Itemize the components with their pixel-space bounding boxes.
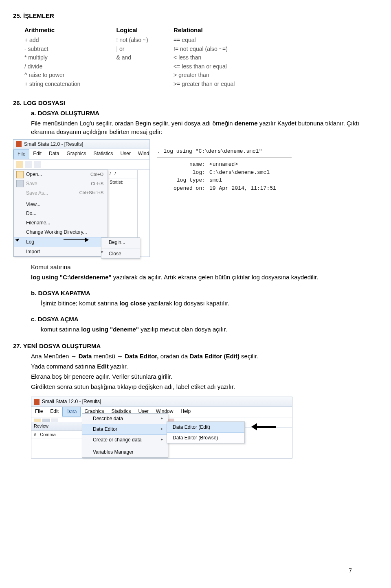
ops-cell: <= less than or equal xyxy=(174,62,273,71)
dd-label: Describe data xyxy=(93,415,123,422)
file-view[interactable]: View... xyxy=(14,200,108,209)
log-close-label: Close xyxy=(109,250,121,257)
s26-c-body: komut satırına log using "deneme" yazılı… xyxy=(41,325,371,333)
file-log-label: Log xyxy=(26,239,34,246)
ops-col-relational: Relational xyxy=(174,25,273,36)
file-save: Save Ctrl+S xyxy=(14,179,108,189)
data-create-change[interactable]: Create or change data▸ xyxy=(82,435,168,445)
file-open-label: Open... xyxy=(26,171,42,178)
s26-b-text2: yazılarak log dosyası kapatılır. xyxy=(146,300,229,307)
stata-app-icon xyxy=(34,399,40,405)
menu-window[interactable]: Wind xyxy=(134,149,153,159)
ops-cell: ! not (also ~) xyxy=(116,36,174,45)
menu-file[interactable]: File xyxy=(31,407,46,417)
ops-cell xyxy=(116,62,174,71)
menu-graphics[interactable]: Graphics xyxy=(63,149,90,159)
screenshot-file-menu: Small Stata 12.0 - [Results] File Edit D… xyxy=(13,139,371,257)
log-type-val: smcl xyxy=(209,176,222,184)
log-type-key: log type: xyxy=(157,176,209,184)
menu-edit[interactable]: Edit xyxy=(29,149,45,159)
data-editor[interactable]: Data Editor▸ xyxy=(82,424,168,435)
s26-a-label: a. DOSYA OLUŞTURMA xyxy=(31,109,371,117)
s26-a-body: File menüsünden Log'u seçilir, oradan Be… xyxy=(31,119,371,136)
file-log[interactable]: Log ▸ Begin... Close xyxy=(14,237,108,247)
hand-arrow-icon xyxy=(250,423,279,430)
ops-cell: < less than xyxy=(174,53,273,62)
submenu-arrow-icon: ▸ xyxy=(161,415,163,422)
s26-logusing: log using "C:\ders\deneme" xyxy=(31,274,112,281)
log-begin-label: Begin... xyxy=(109,239,125,246)
menu-help[interactable]: Help xyxy=(177,407,194,417)
log-name-val: <unnamed> xyxy=(209,160,238,169)
dd-label: Variables Manager xyxy=(93,449,134,456)
hand-arrow-icon xyxy=(13,238,22,242)
side-col: / / xyxy=(108,170,137,178)
menu-data[interactable]: Data xyxy=(62,407,81,417)
file-dropdown: Open... Ctrl+O Save Ctrl+S Save As... Ct… xyxy=(13,169,108,257)
menu-user[interactable]: User xyxy=(116,149,134,159)
ops-cell: != not equal (also ~=) xyxy=(174,45,273,54)
screenshot-data-menu: Small Stata 12.0 - [Results] File Edit D… xyxy=(31,397,292,459)
file-cwd[interactable]: Change Working Directory... xyxy=(14,228,108,237)
ops-cell: >= greater than or equal xyxy=(174,80,273,89)
menu-data[interactable]: Data xyxy=(45,149,63,159)
ops-cell: * multiply xyxy=(24,53,116,62)
menu-statistics[interactable]: Statistics xyxy=(90,149,116,159)
toolbar-icon[interactable] xyxy=(25,161,32,168)
data-editor-edit[interactable]: Data Editor (Edit) xyxy=(167,422,244,433)
window-titlebar: Small Stata 12.0 - [Results] xyxy=(31,397,292,407)
ops-col-logical: Logical xyxy=(116,25,174,36)
s26-a-deneme: deneme xyxy=(235,120,258,127)
operators-table: Arithmetic Logical Relational + add! not… xyxy=(24,25,273,89)
submenu-arrow-icon: ▸ xyxy=(161,437,163,443)
log-path-key: log: xyxy=(157,169,209,177)
review-panel: Review # Comma xyxy=(31,422,82,439)
file-saveas: Save As... Ctrl+Shift+S xyxy=(14,189,108,198)
submenu-arrow-icon: ▸ xyxy=(161,426,163,433)
s26-b-label: b. DOSYA KAPATMA xyxy=(31,289,371,297)
ops-cell xyxy=(116,71,174,80)
s26-aftershot-2: log using "C:\ders\deneme" yazılarak da … xyxy=(31,273,371,281)
section-26-title: 26. LOG DOSYASI xyxy=(13,99,371,107)
hand-arrow-icon xyxy=(63,237,91,242)
file-save-label: Save xyxy=(26,180,37,187)
s27-t: seçilir. xyxy=(239,353,258,360)
file-saveas-shortcut: Ctrl+Shift+S xyxy=(79,190,103,196)
s26-c-text: komut satırına xyxy=(41,326,81,333)
file-cwd-label: Change Working Directory... xyxy=(26,229,87,236)
data-varmanager[interactable]: Variables Manager xyxy=(82,447,168,457)
log-begin[interactable]: Begin... xyxy=(101,238,140,247)
file-do[interactable]: Do... xyxy=(14,209,108,218)
open-folder-icon xyxy=(16,171,24,178)
dd-label: Create or change data xyxy=(93,437,141,443)
log-command: . log using "C:\ders\deneme.smcl" xyxy=(157,147,292,156)
menu-file[interactable]: File xyxy=(13,149,29,159)
toolbar-open-icon[interactable] xyxy=(16,161,23,168)
page-number: 7 xyxy=(349,567,352,575)
log-opened-val: 19 Apr 2014, 11:17:51 xyxy=(209,184,276,193)
data-describe[interactable]: Describe data▸ xyxy=(82,414,168,424)
data-editor-browse[interactable]: Data Editor (Browse) xyxy=(167,433,244,443)
file-import[interactable]: Import ▸ xyxy=(14,247,108,257)
stata-app-icon xyxy=(16,141,22,147)
file-filename[interactable]: Filename... xyxy=(14,218,108,228)
menu-edit[interactable]: Edit xyxy=(46,407,62,417)
s26-b-body: İşimiz bitince; komut satırına log close… xyxy=(41,299,371,307)
ops-cell xyxy=(116,80,174,89)
ops-cell: > greater than xyxy=(174,71,273,80)
log-opened-key: opened on: xyxy=(157,184,209,193)
s27-t: Ana Menüden → xyxy=(31,353,79,360)
s27-dataeditor: Data Editor, xyxy=(125,353,158,360)
ops-cell: + add xyxy=(24,36,116,45)
window-titlebar: Small Stata 12.0 - [Results] xyxy=(13,140,149,149)
review-header: Review xyxy=(31,422,82,430)
toolbar-icon[interactable] xyxy=(34,161,41,168)
s26-aftershot-2b: yazılarak da açılır. Artık ekrana gelen … xyxy=(112,274,319,281)
ops-col-arithmetic: Arithmetic xyxy=(24,25,116,36)
save-icon xyxy=(16,180,24,187)
ops-cell: + string concatenation xyxy=(24,80,116,89)
file-open[interactable]: Open... Ctrl+O xyxy=(14,170,108,179)
section-25-title: 25. İŞLEMLER xyxy=(13,11,371,20)
menu-separator xyxy=(82,446,168,446)
log-name-key: name: xyxy=(157,160,209,169)
